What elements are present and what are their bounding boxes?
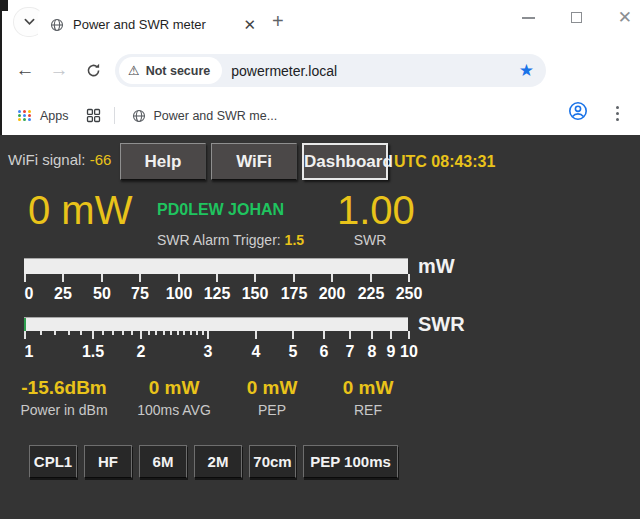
major-tick [24,331,26,339]
mw-bar-label: mW [418,255,455,278]
bookmark-item[interactable]: Power and SWR me... [132,109,278,123]
warning-icon: ⚠ [128,64,140,77]
scale-label: 1.5 [82,343,104,361]
reload-icon[interactable] [76,62,110,79]
bookmark-star-icon[interactable]: ★ [519,60,534,81]
tab-power-swr-meter[interactable]: Power and SWR meter ✕ [38,5,270,44]
close-icon[interactable]: ✕ [618,12,632,23]
swr-caption: SWR [340,232,400,248]
back-icon[interactable]: ← [8,59,42,81]
6m-button[interactable]: 6M [139,445,187,478]
scale-label: 5 [289,343,298,361]
major-tick [101,274,103,282]
scale-label: 6 [320,343,329,361]
swr-bar-label: SWR [418,313,465,336]
forward-icon[interactable]: → [42,59,76,81]
hf-button[interactable]: HF [84,445,132,478]
mw-bar [24,258,408,274]
callsign: PD0LEW JOHAN [157,201,284,219]
pep-100ms-button[interactable]: PEP 100ms [303,445,398,478]
scale-label: 25 [54,285,72,303]
cpl1-button[interactable]: CPL1 [29,445,77,478]
major-tick [62,274,64,282]
readout-ref: 0 mWREF [303,377,433,418]
swr-main-value: 1.00 [337,188,415,233]
minor-tick [196,331,198,335]
browser-chrome: Power and SWR meter ✕ + ✕ ← → ⚠ Not secu… [0,0,640,135]
meter-mw: 0255075100125150175200225250 mW [24,258,494,274]
reading-list-icon[interactable] [86,108,101,123]
apps-grid-icon[interactable] [18,110,32,121]
security-label: Not secure [146,64,211,78]
security-chip[interactable]: ⚠ Not secure [119,57,222,84]
swr-bar-fill [24,318,26,331]
major-tick [371,331,373,339]
wifi-signal-label: WiFi signal: [8,151,86,168]
new-tab-button[interactable]: + [272,10,284,33]
utc-clock: UTC 08:43:31 [394,153,495,171]
scale-label: 3 [204,343,213,361]
minor-tick [190,331,192,335]
major-tick [390,331,392,339]
major-tick [255,331,257,339]
minor-tick [183,331,185,335]
band-buttons: CPL1HF6M2M70cmPEP 100ms [29,445,398,478]
major-tick [140,331,142,339]
minor-tick [163,331,165,335]
swr-alarm-label: SWR Alarm Trigger: [157,232,281,248]
major-tick [331,274,333,282]
scale-label: 4 [252,343,261,361]
globe-icon [132,109,146,123]
2m-button[interactable]: 2M [194,445,242,478]
wifi-signal: WiFi signal: -66 [8,151,111,168]
wifi-signal-value: -66 [90,151,112,168]
70cm-button[interactable]: 70cm [249,445,296,478]
minor-tick [54,331,56,335]
meter-swr: 11.52345678910 SWR [24,317,494,331]
minor-tick [170,331,172,335]
readout-label: REF [303,402,433,418]
major-tick [24,274,26,282]
minor-tick [112,331,114,335]
minor-tick [148,331,150,335]
scale-label: 7 [346,343,355,361]
url-text[interactable]: powermeter.local [231,63,518,79]
wifi-button[interactable]: WiFi [211,143,297,180]
minor-tick [40,331,42,335]
scale-label: 8 [368,343,377,361]
scale-label: 200 [319,285,346,303]
dashboard-button[interactable]: Dashboard [302,143,388,180]
nav-buttons: HelpWiFiDashboard [120,143,388,180]
browser-window: Power and SWR meter ✕ + ✕ ← → ⚠ Not secu… [0,0,640,519]
minor-tick [131,331,133,335]
major-tick [408,274,410,282]
minor-tick [102,331,104,335]
scale-label: 50 [93,285,111,303]
major-tick [349,331,351,339]
address-bar[interactable]: ⚠ Not secure powermeter.local ★ [115,54,546,87]
maximize-icon[interactable] [571,12,582,23]
major-tick [293,274,295,282]
scale-label: 10 [400,343,418,361]
minor-tick [177,331,179,335]
window-controls: ✕ [522,12,632,23]
major-tick [178,274,180,282]
minor-tick [122,331,124,335]
apps-label[interactable]: Apps [40,109,69,123]
major-tick [323,331,325,339]
minor-tick [155,331,157,335]
major-tick [292,331,294,339]
help-button[interactable]: Help [120,143,206,180]
minimize-icon[interactable] [522,17,535,19]
scale-label: 250 [396,285,423,303]
tab-close-icon[interactable]: ✕ [239,15,260,34]
scale-label: 125 [204,285,231,303]
major-tick [408,331,410,339]
minor-tick [80,331,82,335]
chevron-down-icon [24,18,35,26]
minor-tick [68,331,70,335]
major-tick [254,274,256,282]
bookmarks-bar: Apps Power and SWR me... [0,96,640,135]
scale-label: 2 [137,343,146,361]
scale-label: 75 [131,285,149,303]
